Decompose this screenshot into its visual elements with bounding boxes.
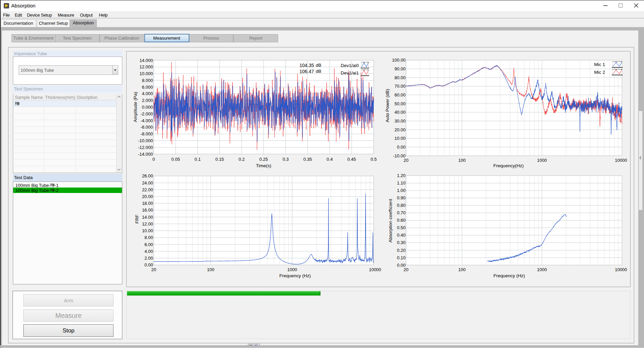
svg-text:Auto Power (dB): Auto Power (dB) [385, 89, 390, 122]
svg-text:0.3: 0.3 [283, 157, 289, 162]
svg-text:FRF: FRF [134, 215, 140, 223]
svg-text:0.10: 0.10 [397, 255, 406, 260]
svg-text:20: 20 [151, 267, 156, 272]
svg-text:1.00: 1.00 [397, 188, 406, 193]
svg-text:Dev1/ai1: Dev1/ai1 [341, 70, 359, 75]
svg-text:4.000: 4.000 [142, 91, 153, 96]
svg-text:Mic 1: Mic 1 [594, 62, 605, 67]
svg-text:10.00: 10.00 [142, 228, 153, 233]
svg-text:50.00: 50.00 [395, 101, 406, 106]
svg-text:0.30: 0.30 [397, 240, 406, 245]
svg-text:-10.000: -10.000 [138, 138, 153, 143]
svg-text:24.00: 24.00 [142, 180, 153, 186]
svg-text:0.15: 0.15 [215, 157, 224, 162]
svg-text:1000: 1000 [537, 267, 547, 272]
svg-text:14.000: 14.000 [140, 58, 153, 63]
svg-text:0: 0 [152, 157, 155, 162]
svg-text:0.1: 0.1 [194, 157, 201, 162]
svg-text:20.00: 20.00 [142, 194, 153, 199]
svg-text:-4.000: -4.000 [141, 118, 153, 123]
svg-text:-2.000: -2.000 [141, 111, 153, 116]
svg-text:10000: 10000 [615, 267, 627, 272]
svg-text:dB: dB [316, 69, 321, 74]
svg-text:104.35: 104.35 [299, 63, 314, 68]
svg-text:14.00: 14.00 [142, 215, 153, 220]
svg-text:100: 100 [458, 158, 466, 163]
svg-text:Time(s): Time(s) [256, 163, 271, 168]
svg-text:20: 20 [403, 158, 408, 163]
svg-text:0.00: 0.00 [397, 145, 406, 150]
svg-text:10.00: 10.00 [395, 136, 406, 141]
svg-text:dB: dB [316, 63, 321, 68]
svg-text:90.00: 90.00 [395, 66, 406, 71]
svg-text:2.00: 2.00 [144, 256, 153, 261]
svg-text:0.45: 0.45 [347, 157, 356, 162]
svg-text:0.25: 0.25 [259, 157, 268, 162]
svg-text:Frequency (Hz): Frequency (Hz) [279, 273, 311, 278]
svg-text:Frequency (Hz): Frequency (Hz) [493, 273, 525, 278]
svg-text:1.10: 1.10 [397, 180, 406, 186]
svg-text:80.00: 80.00 [395, 75, 406, 80]
svg-text:26.00: 26.00 [142, 173, 153, 178]
svg-text:0.00: 0.00 [144, 262, 153, 267]
svg-text:18.00: 18.00 [142, 201, 153, 206]
svg-text:60.00: 60.00 [395, 92, 406, 97]
svg-text:0.60: 0.60 [397, 218, 406, 223]
svg-text:10.000: 10.000 [140, 71, 153, 76]
svg-text:0.5: 0.5 [371, 157, 377, 162]
svg-text:Dev1/ai0: Dev1/ai0 [341, 63, 359, 68]
svg-text:0.20: 0.20 [397, 248, 406, 253]
svg-text:1.20: 1.20 [397, 173, 406, 178]
svg-text:2.000: 2.000 [142, 98, 153, 103]
svg-text:6.000: 6.000 [142, 85, 153, 90]
svg-text:1000: 1000 [537, 158, 547, 163]
svg-text:20.00: 20.00 [395, 127, 406, 132]
svg-text:-6.000: -6.000 [141, 125, 153, 130]
svg-text:0.50: 0.50 [397, 225, 406, 230]
svg-text:0.000: 0.000 [142, 105, 153, 110]
svg-text:0.2: 0.2 [238, 157, 245, 162]
svg-text:0.40: 0.40 [397, 233, 406, 238]
svg-text:20: 20 [403, 267, 408, 272]
svg-text:22.00: 22.00 [142, 187, 153, 192]
svg-text:16.00: 16.00 [142, 208, 153, 213]
svg-text:70.00: 70.00 [395, 84, 406, 89]
svg-text:8.000: 8.000 [142, 78, 153, 83]
svg-text:106.47: 106.47 [299, 69, 314, 74]
svg-text:0.80: 0.80 [397, 203, 406, 208]
svg-text:0.35: 0.35 [303, 157, 312, 162]
svg-text:10000: 10000 [615, 158, 627, 163]
svg-text:-12.000: -12.000 [138, 145, 153, 150]
svg-text:8.00: 8.00 [144, 235, 153, 240]
svg-text:Absorption coefficient: Absorption coefficient [388, 199, 393, 242]
svg-text:Frequency(Hz): Frequency(Hz) [493, 163, 523, 168]
svg-text:0.90: 0.90 [397, 195, 406, 200]
svg-text:30.00: 30.00 [395, 118, 406, 124]
svg-text:6.00: 6.00 [144, 242, 153, 247]
svg-text:1000: 1000 [287, 267, 297, 272]
svg-text:0.70: 0.70 [397, 210, 406, 215]
svg-text:Mic 2: Mic 2 [594, 70, 605, 75]
svg-text:100: 100 [458, 267, 466, 272]
svg-text:-8.000: -8.000 [141, 131, 153, 136]
svg-text:100.00: 100.00 [392, 58, 406, 63]
svg-text:12.000: 12.000 [140, 64, 153, 69]
svg-text:0.4: 0.4 [327, 157, 333, 162]
svg-text:0.05: 0.05 [171, 157, 180, 162]
svg-text:100: 100 [207, 267, 214, 272]
svg-text:Amplitude (Pa): Amplitude (Pa) [133, 92, 138, 122]
svg-text:4.00: 4.00 [144, 249, 153, 254]
svg-text:-14.000: -14.000 [138, 152, 153, 157]
svg-text:12.00: 12.00 [142, 221, 153, 226]
svg-text:10000: 10000 [369, 267, 381, 272]
svg-text:40.00: 40.00 [395, 110, 406, 115]
